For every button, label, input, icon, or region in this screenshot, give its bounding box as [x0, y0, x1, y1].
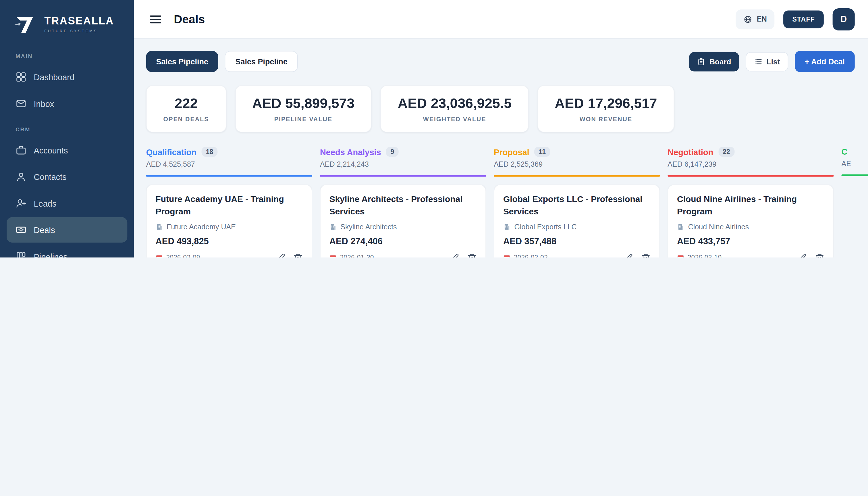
list-view-button[interactable]: List [746, 52, 788, 71]
deal-actions [276, 253, 303, 258]
delete-icon[interactable] [293, 253, 303, 258]
toolbar: Sales Pipeline Sales Pipeline Board List… [146, 51, 855, 72]
deal-actions [798, 253, 824, 258]
deal-amount: AED 433,757 [677, 236, 824, 247]
sidebar-item-dashboard[interactable]: Dashboard [6, 64, 127, 90]
stat-card-pipeline-value: AED 55,899,573PIPELINE VALUE [235, 86, 372, 133]
sidebar-item-inbox[interactable]: Inbox [6, 91, 127, 117]
date-icon [156, 254, 163, 258]
deal-amount: AED 493,825 [156, 236, 303, 247]
board-view-button[interactable]: Board [689, 52, 739, 71]
add-deal-button[interactable]: + Add Deal [795, 51, 855, 72]
deal-title: Skyline Architects - Professional Servic… [329, 193, 477, 218]
building-icon [329, 223, 337, 231]
dashboard-icon [16, 72, 27, 83]
delete-icon[interactable] [815, 253, 824, 258]
topbar: Deals EN STAFF D [134, 0, 868, 39]
brand-text: TRASEALLA FUTURE SYSTEMS [44, 15, 114, 33]
column-count-badge: 22 [718, 147, 735, 157]
deal-date-text: 2026-02-09 [166, 254, 200, 258]
brand-tagline: FUTURE SYSTEMS [44, 29, 114, 32]
stat-label: WON REVENUE [554, 116, 657, 122]
stats-row: 222OPEN DEALSAED 55,899,573PIPELINE VALU… [146, 86, 855, 133]
column-cards: Cloud Nine Airlines - Training ProgramCl… [668, 185, 834, 258]
deal-card[interactable]: Future Academy UAE - Training ProgramFut… [146, 185, 312, 258]
deal-footer: 2026-02-02 [503, 253, 650, 258]
deal-title: Global Exports LLC - Professional Servic… [503, 193, 650, 218]
accounts-icon [16, 144, 27, 156]
pipeline-tab-sales-pipeline-1[interactable]: Sales Pipeline [146, 51, 218, 72]
sidebar-item-accounts[interactable]: Accounts [6, 137, 127, 163]
deal-title: Cloud Nine Airlines - Training Program [677, 193, 824, 218]
sidebar: TRASEALLA FUTURE SYSTEMS MAINDashboardIn… [0, 0, 134, 258]
pipeline-tab-sales-pipeline-2[interactable]: Sales Pipeline [225, 51, 298, 72]
stat-label: PIPELINE VALUE [252, 116, 354, 122]
page-title: Deals [174, 12, 205, 26]
brand: TRASEALLA FUTURE SYSTEMS [0, 0, 134, 44]
language-label: EN [757, 15, 767, 23]
deal-title: Future Academy UAE - Training Program [156, 193, 303, 218]
staff-button[interactable]: STAFF [784, 10, 824, 28]
edit-icon[interactable] [276, 253, 286, 258]
main-area: Deals EN STAFF D Sales Pipeline Sales Pi… [134, 0, 868, 258]
column-title: C [841, 147, 847, 156]
edit-icon[interactable] [450, 253, 460, 258]
deal-amount: AED 274,406 [329, 236, 477, 247]
deal-card[interactable]: Skyline Architects - Professional Servic… [320, 185, 486, 258]
avatar[interactable]: D [833, 8, 855, 30]
column-count-badge: 9 [386, 147, 399, 157]
menu-button[interactable] [147, 11, 164, 28]
delete-icon[interactable] [467, 253, 477, 258]
content: Sales Pipeline Sales Pipeline Board List… [134, 39, 868, 258]
sidebar-item-leads[interactable]: Leads [6, 190, 127, 216]
column-color-bar [494, 175, 660, 177]
app-window: TRASEALLA FUTURE SYSTEMS MAINDashboardIn… [0, 0, 868, 258]
sidebar-item-deals[interactable]: Deals [6, 217, 127, 243]
sidebar-section-label-main: MAIN [0, 44, 134, 63]
kanban-column-qualification: Qualification18AED 4,525,587Future Acade… [146, 147, 312, 258]
deal-company: Skyline Architects [329, 223, 477, 231]
board-view-label: Board [709, 57, 731, 65]
globe-icon [744, 15, 753, 24]
edit-icon[interactable] [624, 253, 633, 258]
deals-icon [16, 224, 27, 236]
sidebar-item-pipelines[interactable]: Pipelines [6, 244, 127, 258]
leads-icon [16, 198, 27, 209]
sidebar-item-label: Dashboard [34, 73, 75, 82]
sidebar-item-contacts[interactable]: Contacts [6, 164, 127, 189]
delete-icon[interactable] [641, 253, 650, 258]
column-cards: Future Academy UAE - Training ProgramFut… [146, 185, 312, 258]
brand-logo-icon [12, 11, 38, 37]
column-title: Proposal [494, 147, 529, 157]
deal-company: Cloud Nine Airlines [677, 223, 824, 231]
sidebar-item-label: Contacts [34, 172, 67, 181]
column-title: Needs Analysis [320, 147, 381, 157]
sidebar-nav: MAINDashboardInboxCRMAccountsContactsLea… [0, 44, 134, 258]
deal-date-text: 2026-02-02 [514, 254, 548, 258]
column-title: Negotiation [668, 147, 713, 157]
date-icon [677, 254, 684, 258]
column-color-bar [841, 174, 868, 176]
kanban-column-needs-analysis: Needs Analysis9AED 2,214,243Skyline Arch… [320, 147, 486, 258]
column-cards: Skyline Architects - Professional Servic… [320, 185, 486, 258]
stat-card-won-revenue: AED 17,296,517WON REVENUE [538, 86, 674, 133]
column-header: Negotiation22AED 6,147,239 [668, 147, 834, 177]
deal-card[interactable]: Cloud Nine Airlines - Training ProgramCl… [668, 185, 834, 258]
edit-icon[interactable] [798, 253, 807, 258]
stat-value: AED 23,036,925.5 [398, 95, 512, 111]
stat-label: OPEN DEALS [163, 116, 209, 122]
board-icon [697, 57, 705, 65]
deal-footer: 2026-01-30 [329, 253, 477, 258]
list-view-label: List [767, 57, 780, 65]
column-total: AED 4,525,587 [146, 160, 312, 168]
column-color-bar [146, 175, 312, 177]
deal-date-text: 2026-03-10 [688, 254, 722, 258]
stat-label: WEIGHTED VALUE [398, 116, 512, 122]
language-button[interactable]: EN [736, 9, 775, 29]
contacts-icon [16, 171, 27, 183]
column-total: AED 2,214,243 [320, 160, 486, 168]
kanban-column-c: CAE [841, 147, 868, 258]
deal-card[interactable]: Global Exports LLC - Professional Servic… [494, 185, 660, 258]
kanban-column-proposal: Proposal11AED 2,525,369Global Exports LL… [494, 147, 660, 258]
deal-footer: 2026-03-10 [677, 253, 824, 258]
